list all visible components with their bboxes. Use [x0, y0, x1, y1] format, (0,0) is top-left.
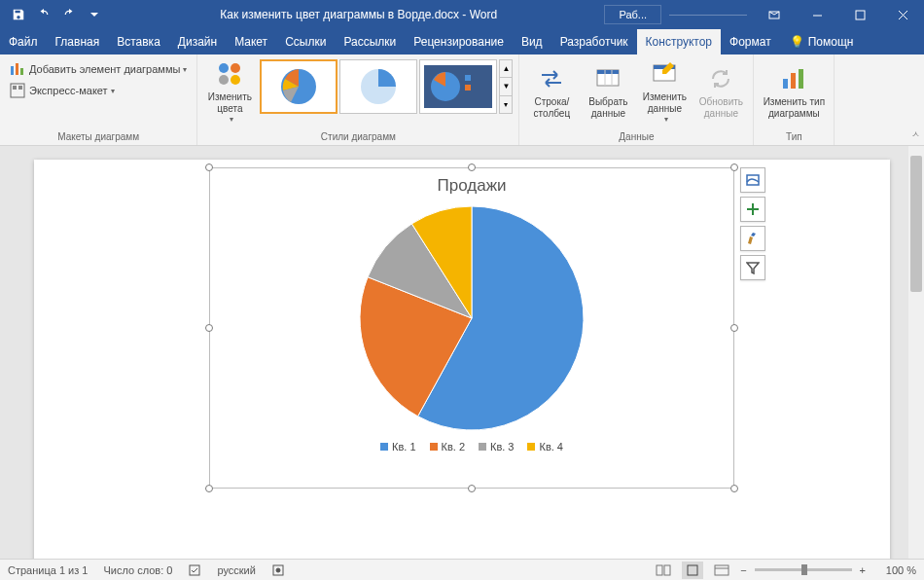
svg-rect-29: [799, 69, 803, 89]
save-button[interactable]: [6, 0, 31, 29]
style-item-2[interactable]: [339, 59, 417, 114]
language-button[interactable]: русский: [217, 564, 255, 576]
print-layout-button[interactable]: [682, 562, 703, 579]
zoom-level[interactable]: 100 %: [873, 564, 916, 576]
resize-handle[interactable]: [468, 163, 476, 171]
style-item-1[interactable]: [260, 59, 338, 114]
maximize-button[interactable]: [838, 0, 881, 29]
group-data: Строка/ столбец Выбрать данные Изменить …: [519, 54, 754, 145]
page[interactable]: Продажи Кв. 1Кв. 2Кв. 3Кв. 4: [34, 160, 890, 559]
svg-rect-28: [791, 73, 796, 89]
resize-handle[interactable]: [730, 324, 738, 332]
spellcheck-button[interactable]: [188, 563, 201, 577]
group-label-layouts: Макеты диаграмм: [4, 129, 193, 145]
chart-float-tools: [740, 167, 765, 280]
legend-item[interactable]: Кв. 1: [380, 441, 415, 453]
quick-layout-label: Экспресс-макет: [29, 85, 108, 96]
chart-title[interactable]: Продажи: [210, 168, 733, 196]
tab-insert[interactable]: Вставка: [108, 29, 169, 54]
legend-item[interactable]: Кв. 3: [479, 441, 514, 453]
svg-rect-20: [465, 85, 471, 91]
gallery-up-button[interactable]: ▲: [500, 60, 512, 78]
macro-button[interactable]: [271, 563, 285, 577]
tab-review[interactable]: Рецензирование: [405, 29, 513, 54]
change-colors-button[interactable]: Изменить цвета ▾: [201, 57, 258, 126]
refresh-icon: [705, 63, 736, 94]
zoom-slider[interactable]: [755, 568, 852, 571]
tab-layout[interactable]: Макет: [226, 29, 276, 54]
add-element-label: Добавить элемент диаграммы: [29, 63, 180, 75]
tab-references[interactable]: Ссылки: [276, 29, 335, 54]
legend-item[interactable]: Кв. 2: [430, 441, 465, 453]
resize-handle[interactable]: [205, 324, 213, 332]
web-layout-button[interactable]: [711, 562, 732, 579]
layout-options-button[interactable]: [740, 167, 765, 193]
tab-mailings[interactable]: Рассылки: [335, 29, 405, 54]
resize-handle[interactable]: [468, 485, 476, 492]
word-count[interactable]: Число слов: 0: [103, 564, 172, 576]
svg-rect-27: [783, 79, 788, 89]
chart-elements-button[interactable]: [740, 197, 765, 222]
group-label-styles: Стили диаграмм: [201, 129, 515, 145]
qat-customize[interactable]: [82, 0, 107, 29]
svg-rect-10: [18, 86, 22, 90]
resize-handle[interactable]: [730, 485, 738, 492]
pie-chart[interactable]: [210, 201, 733, 435]
refresh-data-button[interactable]: Обновить данные: [693, 57, 749, 126]
tab-home[interactable]: Главная: [47, 29, 109, 54]
group-chart-styles: Изменить цвета ▾ ▲ ▼ ▾ Стили диаграмм: [197, 54, 519, 145]
svg-rect-2: [856, 11, 865, 19]
tab-file[interactable]: Файл: [0, 29, 47, 54]
tab-chart-design[interactable]: Конструктор: [637, 29, 721, 54]
tab-developer[interactable]: Разработчик: [551, 29, 637, 54]
tab-design[interactable]: Дизайн: [169, 29, 226, 54]
scrollbar-thumb[interactable]: [910, 156, 922, 292]
read-mode-button[interactable]: [653, 562, 674, 579]
select-data-icon: [592, 63, 623, 94]
chart-legend[interactable]: Кв. 1Кв. 2Кв. 3Кв. 4: [210, 441, 733, 453]
chart-object[interactable]: Продажи Кв. 1Кв. 2Кв. 3Кв. 4: [209, 167, 734, 489]
resize-handle[interactable]: [205, 485, 213, 492]
close-button[interactable]: [881, 0, 924, 29]
select-data-button[interactable]: Выбрать данные: [580, 57, 636, 126]
minimize-button[interactable]: [796, 0, 838, 29]
dropdown-arrow-icon: ▾: [183, 65, 187, 74]
switch-icon: [536, 63, 567, 94]
svg-rect-22: [597, 70, 619, 74]
change-colors-label: Изменить цвета: [201, 91, 258, 115]
gallery-nav: ▲ ▼ ▾: [499, 59, 513, 114]
group-label-data: Данные: [523, 129, 749, 145]
vertical-scrollbar[interactable]: [908, 146, 924, 559]
resize-handle[interactable]: [205, 163, 213, 171]
add-element-icon: [10, 61, 25, 77]
add-chart-element-button[interactable]: Добавить элемент диаграммы ▾: [6, 59, 191, 79]
chart-styles-button[interactable]: [740, 226, 765, 251]
resize-handle[interactable]: [730, 163, 738, 171]
tab-format[interactable]: Формат: [721, 29, 780, 54]
lightbulb-icon: 💡: [790, 35, 804, 49]
redo-button[interactable]: [56, 0, 82, 29]
zoom-out-button[interactable]: −: [740, 564, 746, 576]
gallery-more-button[interactable]: ▾: [500, 96, 512, 113]
collapse-ribbon-button[interactable]: ㅅ: [911, 128, 920, 141]
group-label-type: Тип: [758, 129, 830, 145]
page-count[interactable]: Страница 1 из 1: [8, 564, 88, 576]
palette-icon: [214, 58, 245, 90]
tell-me-field[interactable]: 💡 Помощн: [780, 29, 924, 54]
edit-data-icon: [649, 58, 680, 90]
tab-view[interactable]: Вид: [513, 29, 551, 54]
change-chart-type-button[interactable]: Изменить тип диаграммы: [758, 57, 830, 126]
ribbon-options-button[interactable]: [753, 0, 796, 29]
switch-row-column-button[interactable]: Строка/ столбец: [523, 57, 580, 126]
edit-data-button[interactable]: Изменить данные ▾: [636, 57, 693, 126]
switch-label: Строка/ столбец: [534, 96, 571, 120]
zoom-in-button[interactable]: +: [860, 564, 866, 576]
quick-layout-button[interactable]: Экспресс-макет ▾: [6, 81, 191, 100]
undo-button[interactable]: [31, 0, 56, 29]
select-data-label: Выбрать данные: [580, 96, 636, 120]
zoom-knob[interactable]: [801, 564, 807, 575]
chart-filters-button[interactable]: [740, 255, 765, 280]
legend-item[interactable]: Кв. 4: [527, 441, 562, 453]
style-item-3[interactable]: [419, 59, 497, 114]
gallery-down-button[interactable]: ▼: [500, 78, 512, 95]
